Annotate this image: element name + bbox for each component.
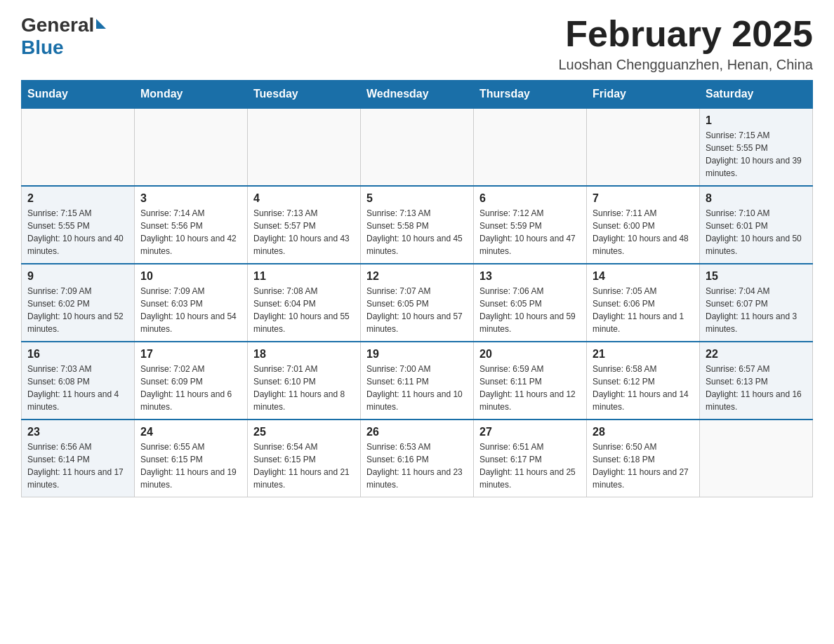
day-info: Sunrise: 7:15 AM Sunset: 5:55 PM Dayligh… — [706, 129, 807, 180]
day-number: 6 — [479, 192, 581, 205]
location-title: Luoshan Chengguanzhen, Henan, China — [558, 57, 813, 73]
calendar-cell: 27Sunrise: 6:51 AM Sunset: 6:17 PM Dayli… — [474, 420, 587, 497]
day-number: 26 — [366, 426, 468, 438]
calendar-header-monday: Monday — [135, 81, 248, 109]
day-info: Sunrise: 7:12 AM Sunset: 5:59 PM Dayligh… — [479, 207, 581, 257]
month-title: February 2025 — [558, 14, 813, 54]
calendar-header-tuesday: Tuesday — [248, 81, 361, 109]
day-info: Sunrise: 7:10 AM Sunset: 6:01 PM Dayligh… — [706, 207, 807, 257]
calendar-header-row: SundayMondayTuesdayWednesdayThursdayFrid… — [22, 81, 813, 109]
calendar-cell: 16Sunrise: 7:03 AM Sunset: 6:08 PM Dayli… — [22, 342, 135, 420]
day-info: Sunrise: 7:00 AM Sunset: 6:11 PM Dayligh… — [366, 363, 468, 413]
day-info: Sunrise: 6:58 AM Sunset: 6:12 PM Dayligh… — [593, 363, 694, 413]
week-row-2: 2Sunrise: 7:15 AM Sunset: 5:55 PM Daylig… — [22, 186, 813, 264]
day-info: Sunrise: 7:15 AM Sunset: 5:55 PM Dayligh… — [27, 207, 128, 257]
calendar-cell: 18Sunrise: 7:01 AM Sunset: 6:10 PM Dayli… — [248, 342, 361, 420]
calendar-cell: 20Sunrise: 6:59 AM Sunset: 6:11 PM Dayli… — [474, 342, 587, 420]
calendar-cell — [248, 108, 361, 186]
day-number: 9 — [27, 270, 128, 283]
day-info: Sunrise: 7:14 AM Sunset: 5:56 PM Dayligh… — [140, 207, 241, 257]
day-number: 14 — [593, 270, 694, 283]
calendar-cell: 1Sunrise: 7:15 AM Sunset: 5:55 PM Daylig… — [700, 108, 813, 186]
calendar-cell — [22, 108, 135, 186]
week-row-4: 16Sunrise: 7:03 AM Sunset: 6:08 PM Dayli… — [22, 342, 813, 420]
calendar-cell: 11Sunrise: 7:08 AM Sunset: 6:04 PM Dayli… — [248, 264, 361, 342]
calendar-cell: 9Sunrise: 7:09 AM Sunset: 6:02 PM Daylig… — [22, 264, 135, 342]
calendar-cell: 17Sunrise: 7:02 AM Sunset: 6:09 PM Dayli… — [135, 342, 248, 420]
day-number: 7 — [593, 192, 694, 205]
day-info: Sunrise: 6:50 AM Sunset: 6:18 PM Dayligh… — [593, 441, 694, 491]
day-info: Sunrise: 6:56 AM Sunset: 6:14 PM Dayligh… — [27, 441, 128, 491]
logo-arrow-icon — [96, 19, 106, 29]
week-row-1: 1Sunrise: 7:15 AM Sunset: 5:55 PM Daylig… — [22, 108, 813, 186]
calendar-cell: 15Sunrise: 7:04 AM Sunset: 6:07 PM Dayli… — [700, 264, 813, 342]
calendar-cell: 21Sunrise: 6:58 AM Sunset: 6:12 PM Dayli… — [587, 342, 700, 420]
calendar-cell: 25Sunrise: 6:54 AM Sunset: 6:15 PM Dayli… — [248, 420, 361, 497]
day-info: Sunrise: 7:04 AM Sunset: 6:07 PM Dayligh… — [706, 285, 807, 335]
day-info: Sunrise: 7:05 AM Sunset: 6:06 PM Dayligh… — [593, 285, 694, 335]
day-number: 17 — [140, 348, 241, 361]
calendar-cell: 7Sunrise: 7:11 AM Sunset: 6:00 PM Daylig… — [587, 186, 700, 264]
calendar-cell — [474, 108, 587, 186]
calendar-cell: 8Sunrise: 7:10 AM Sunset: 6:01 PM Daylig… — [700, 186, 813, 264]
calendar-cell — [135, 108, 248, 186]
calendar-cell: 10Sunrise: 7:09 AM Sunset: 6:03 PM Dayli… — [135, 264, 248, 342]
day-info: Sunrise: 7:02 AM Sunset: 6:09 PM Dayligh… — [140, 363, 241, 413]
calendar-cell: 3Sunrise: 7:14 AM Sunset: 5:56 PM Daylig… — [135, 186, 248, 264]
calendar-header-friday: Friday — [587, 81, 700, 109]
calendar-cell: 28Sunrise: 6:50 AM Sunset: 6:18 PM Dayli… — [587, 420, 700, 497]
calendar-cell — [587, 108, 700, 186]
day-info: Sunrise: 7:09 AM Sunset: 6:02 PM Dayligh… — [27, 285, 128, 335]
day-number: 27 — [479, 426, 581, 438]
day-info: Sunrise: 7:06 AM Sunset: 6:05 PM Dayligh… — [479, 285, 581, 335]
title-area: February 2025 Luoshan Chengguanzhen, Hen… — [558, 14, 813, 73]
day-info: Sunrise: 7:03 AM Sunset: 6:08 PM Dayligh… — [27, 363, 128, 413]
day-number: 10 — [140, 270, 241, 283]
day-info: Sunrise: 7:08 AM Sunset: 6:04 PM Dayligh… — [253, 285, 355, 335]
calendar-cell: 4Sunrise: 7:13 AM Sunset: 5:57 PM Daylig… — [248, 186, 361, 264]
day-number: 23 — [27, 426, 128, 438]
calendar-cell: 12Sunrise: 7:07 AM Sunset: 6:05 PM Dayli… — [361, 264, 474, 342]
day-info: Sunrise: 6:57 AM Sunset: 6:13 PM Dayligh… — [706, 363, 807, 413]
day-info: Sunrise: 7:09 AM Sunset: 6:03 PM Dayligh… — [140, 285, 241, 335]
calendar-cell: 13Sunrise: 7:06 AM Sunset: 6:05 PM Dayli… — [474, 264, 587, 342]
day-info: Sunrise: 7:07 AM Sunset: 6:05 PM Dayligh… — [366, 285, 468, 335]
week-row-3: 9Sunrise: 7:09 AM Sunset: 6:02 PM Daylig… — [22, 264, 813, 342]
day-number: 20 — [479, 348, 581, 361]
day-number: 15 — [706, 270, 807, 283]
day-number: 25 — [253, 426, 355, 438]
day-info: Sunrise: 6:59 AM Sunset: 6:11 PM Dayligh… — [479, 363, 581, 413]
calendar-cell: 14Sunrise: 7:05 AM Sunset: 6:06 PM Dayli… — [587, 264, 700, 342]
day-number: 2 — [27, 192, 128, 205]
day-info: Sunrise: 7:13 AM Sunset: 5:57 PM Dayligh… — [253, 207, 355, 257]
day-number: 16 — [27, 348, 128, 361]
calendar-cell — [361, 108, 474, 186]
day-info: Sunrise: 7:13 AM Sunset: 5:58 PM Dayligh… — [366, 207, 468, 257]
day-info: Sunrise: 6:55 AM Sunset: 6:15 PM Dayligh… — [140, 441, 241, 491]
day-number: 8 — [706, 192, 807, 205]
calendar-cell: 6Sunrise: 7:12 AM Sunset: 5:59 PM Daylig… — [474, 186, 587, 264]
calendar-cell: 24Sunrise: 6:55 AM Sunset: 6:15 PM Dayli… — [135, 420, 248, 497]
day-number: 13 — [479, 270, 581, 283]
day-number: 18 — [253, 348, 355, 361]
day-number: 28 — [593, 426, 694, 438]
day-number: 24 — [140, 426, 241, 438]
day-info: Sunrise: 7:01 AM Sunset: 6:10 PM Dayligh… — [253, 363, 355, 413]
day-info: Sunrise: 6:54 AM Sunset: 6:15 PM Dayligh… — [253, 441, 355, 491]
calendar-cell: 19Sunrise: 7:00 AM Sunset: 6:11 PM Dayli… — [361, 342, 474, 420]
calendar-cell — [700, 420, 813, 497]
page-header: General Blue February 2025 Luoshan Cheng… — [21, 14, 813, 73]
day-info: Sunrise: 6:51 AM Sunset: 6:17 PM Dayligh… — [479, 441, 581, 491]
calendar-header-saturday: Saturday — [700, 81, 813, 109]
day-number: 4 — [253, 192, 355, 205]
day-info: Sunrise: 7:11 AM Sunset: 6:00 PM Dayligh… — [593, 207, 694, 257]
logo-blue-text: Blue — [21, 36, 64, 59]
day-number: 19 — [366, 348, 468, 361]
day-info: Sunrise: 6:53 AM Sunset: 6:16 PM Dayligh… — [366, 441, 468, 491]
calendar-cell: 22Sunrise: 6:57 AM Sunset: 6:13 PM Dayli… — [700, 342, 813, 420]
calendar-cell: 2Sunrise: 7:15 AM Sunset: 5:55 PM Daylig… — [22, 186, 135, 264]
calendar-table: SundayMondayTuesdayWednesdayThursdayFrid… — [21, 80, 813, 497]
calendar-header-thursday: Thursday — [474, 81, 587, 109]
calendar-header-sunday: Sunday — [22, 81, 135, 109]
logo: General Blue — [21, 14, 106, 59]
